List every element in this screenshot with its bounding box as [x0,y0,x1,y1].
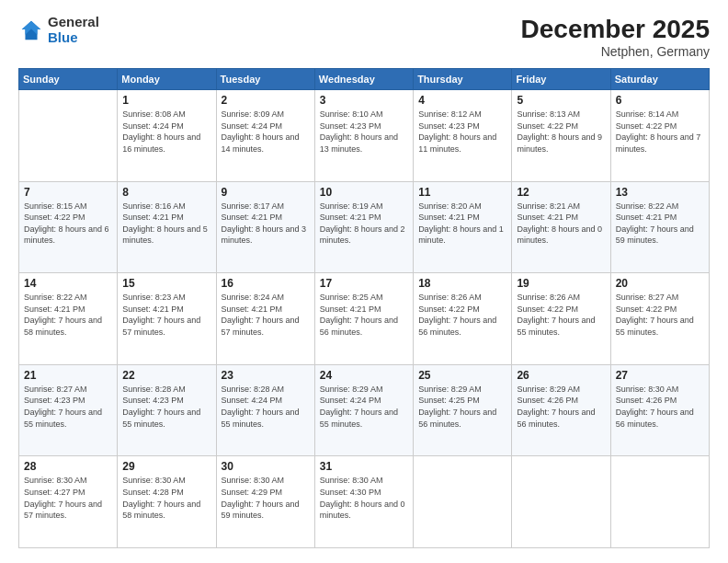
logo-text: General Blue [48,15,99,45]
calendar-cell: 1Sunrise: 8:08 AMSunset: 4:24 PMDaylight… [118,90,216,182]
day-number: 2 [222,94,310,107]
logo-general: General [48,14,99,29]
day-info: Sunrise: 8:29 AMSunset: 4:25 PMDaylight:… [418,384,506,430]
day-number: 28 [24,460,112,473]
day-number: 12 [517,186,605,199]
calendar-cell: 30Sunrise: 8:30 AMSunset: 4:29 PMDayligh… [216,456,314,548]
day-number: 14 [24,277,112,290]
calendar-cell: 25Sunrise: 8:29 AMSunset: 4:25 PMDayligh… [414,364,512,456]
day-info: Sunrise: 8:22 AMSunset: 4:21 PMDaylight:… [24,292,112,338]
calendar-week-3: 14Sunrise: 8:22 AMSunset: 4:21 PMDayligh… [19,273,710,365]
calendar-cell: 28Sunrise: 8:30 AMSunset: 4:27 PMDayligh… [19,456,118,548]
calendar-cell: 19Sunrise: 8:26 AMSunset: 4:22 PMDayligh… [512,273,610,365]
day-info: Sunrise: 8:09 AMSunset: 4:24 PMDaylight:… [222,109,310,155]
day-info: Sunrise: 8:28 AMSunset: 4:24 PMDaylight:… [222,384,310,430]
day-number: 31 [320,460,408,473]
calendar-cell: 27Sunrise: 8:30 AMSunset: 4:26 PMDayligh… [610,364,709,456]
calendar-cell: 26Sunrise: 8:29 AMSunset: 4:26 PMDayligh… [512,364,610,456]
day-number: 16 [222,277,310,290]
day-number: 22 [122,369,210,382]
header: General Blue December 2025 Netphen, Germ… [18,15,710,59]
day-number: 30 [222,460,310,473]
calendar-cell: 24Sunrise: 8:29 AMSunset: 4:24 PMDayligh… [314,364,413,456]
day-info: Sunrise: 8:22 AMSunset: 4:21 PMDaylight:… [616,201,704,247]
column-header-monday: Monday [118,69,216,90]
day-info: Sunrise: 8:28 AMSunset: 4:23 PMDaylight:… [122,384,210,430]
day-info: Sunrise: 8:13 AMSunset: 4:22 PMDaylight:… [517,109,605,155]
column-header-wednesday: Wednesday [314,69,413,90]
day-number: 4 [418,94,506,107]
day-info: Sunrise: 8:29 AMSunset: 4:24 PMDaylight:… [320,384,408,430]
column-header-sunday: Sunday [19,69,118,90]
column-header-tuesday: Tuesday [216,69,314,90]
day-number: 17 [320,277,408,290]
calendar-cell: 11Sunrise: 8:20 AMSunset: 4:21 PMDayligh… [414,181,512,273]
day-info: Sunrise: 8:29 AMSunset: 4:26 PMDaylight:… [517,384,605,430]
calendar-cell: 18Sunrise: 8:26 AMSunset: 4:22 PMDayligh… [414,273,512,365]
day-info: Sunrise: 8:30 AMSunset: 4:30 PMDaylight:… [320,475,408,521]
calendar-cell [512,456,610,548]
day-info: Sunrise: 8:15 AMSunset: 4:22 PMDaylight:… [24,201,112,247]
day-info: Sunrise: 8:08 AMSunset: 4:24 PMDaylight:… [122,109,210,155]
day-info: Sunrise: 8:23 AMSunset: 4:21 PMDaylight:… [122,292,210,338]
title-block: December 2025 Netphen, Germany [521,15,710,59]
day-number: 5 [517,94,605,107]
day-number: 24 [320,369,408,382]
calendar-cell: 17Sunrise: 8:25 AMSunset: 4:21 PMDayligh… [314,273,413,365]
calendar-week-2: 7Sunrise: 8:15 AMSunset: 4:22 PMDaylight… [19,181,710,273]
calendar-cell: 15Sunrise: 8:23 AMSunset: 4:21 PMDayligh… [118,273,216,365]
month-title: December 2025 [521,15,710,44]
calendar-cell: 31Sunrise: 8:30 AMSunset: 4:30 PMDayligh… [314,456,413,548]
calendar-cell: 9Sunrise: 8:17 AMSunset: 4:21 PMDaylight… [216,181,314,273]
day-info: Sunrise: 8:27 AMSunset: 4:22 PMDaylight:… [616,292,704,338]
day-info: Sunrise: 8:16 AMSunset: 4:21 PMDaylight:… [122,201,210,247]
day-info: Sunrise: 8:30 AMSunset: 4:29 PMDaylight:… [222,475,310,521]
day-info: Sunrise: 8:30 AMSunset: 4:27 PMDaylight:… [24,475,112,521]
page: General Blue December 2025 Netphen, Germ… [0,0,728,563]
day-number: 19 [517,277,605,290]
logo-icon [18,17,44,43]
calendar-table: SundayMondayTuesdayWednesdayThursdayFrid… [18,68,710,548]
calendar-cell [19,90,118,182]
day-info: Sunrise: 8:10 AMSunset: 4:23 PMDaylight:… [320,109,408,155]
calendar-week-4: 21Sunrise: 8:27 AMSunset: 4:23 PMDayligh… [19,364,710,456]
day-info: Sunrise: 8:14 AMSunset: 4:22 PMDaylight:… [616,109,704,155]
day-number: 10 [320,186,408,199]
day-number: 26 [517,369,605,382]
day-number: 7 [24,186,112,199]
day-number: 21 [24,369,112,382]
day-info: Sunrise: 8:21 AMSunset: 4:21 PMDaylight:… [517,201,605,247]
calendar-cell: 16Sunrise: 8:24 AMSunset: 4:21 PMDayligh… [216,273,314,365]
day-info: Sunrise: 8:12 AMSunset: 4:23 PMDaylight:… [418,109,506,155]
column-header-saturday: Saturday [610,69,709,90]
day-number: 11 [418,186,506,199]
day-info: Sunrise: 8:26 AMSunset: 4:22 PMDaylight:… [517,292,605,338]
day-number: 8 [122,186,210,199]
calendar-cell: 22Sunrise: 8:28 AMSunset: 4:23 PMDayligh… [118,364,216,456]
calendar-cell: 21Sunrise: 8:27 AMSunset: 4:23 PMDayligh… [19,364,118,456]
calendar-cell: 12Sunrise: 8:21 AMSunset: 4:21 PMDayligh… [512,181,610,273]
day-number: 29 [122,460,210,473]
subtitle: Netphen, Germany [521,44,710,59]
day-info: Sunrise: 8:30 AMSunset: 4:28 PMDaylight:… [122,475,210,521]
calendar-header-row: SundayMondayTuesdayWednesdayThursdayFrid… [19,69,710,90]
day-info: Sunrise: 8:19 AMSunset: 4:21 PMDaylight:… [320,201,408,247]
calendar-cell: 5Sunrise: 8:13 AMSunset: 4:22 PMDaylight… [512,90,610,182]
day-number: 3 [320,94,408,107]
day-number: 25 [418,369,506,382]
calendar-cell: 4Sunrise: 8:12 AMSunset: 4:23 PMDaylight… [414,90,512,182]
calendar-cell: 3Sunrise: 8:10 AMSunset: 4:23 PMDaylight… [314,90,413,182]
day-info: Sunrise: 8:24 AMSunset: 4:21 PMDaylight:… [222,292,310,338]
day-number: 23 [222,369,310,382]
day-info: Sunrise: 8:25 AMSunset: 4:21 PMDaylight:… [320,292,408,338]
logo: General Blue [18,15,99,45]
calendar-cell: 6Sunrise: 8:14 AMSunset: 4:22 PMDaylight… [610,90,709,182]
calendar-cell: 10Sunrise: 8:19 AMSunset: 4:21 PMDayligh… [314,181,413,273]
day-number: 1 [122,94,210,107]
day-number: 6 [616,94,704,107]
calendar-cell [414,456,512,548]
calendar-cell: 14Sunrise: 8:22 AMSunset: 4:21 PMDayligh… [19,273,118,365]
day-info: Sunrise: 8:20 AMSunset: 4:21 PMDaylight:… [418,201,506,247]
calendar-week-1: 1Sunrise: 8:08 AMSunset: 4:24 PMDaylight… [19,90,710,182]
day-info: Sunrise: 8:26 AMSunset: 4:22 PMDaylight:… [418,292,506,338]
